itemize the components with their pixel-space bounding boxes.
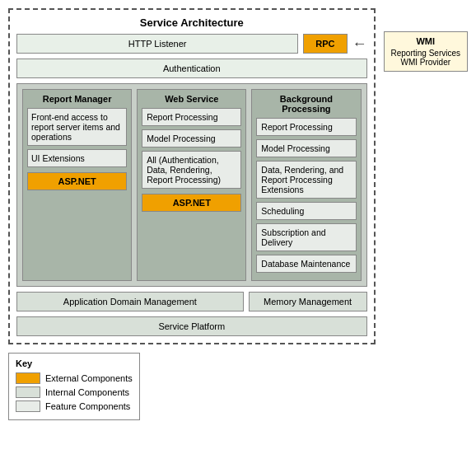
background-processing-column: Background Processing Report Processing … <box>251 89 361 281</box>
key-label-internal: Internal Components <box>45 387 129 397</box>
key-item-feature: Feature Components <box>16 400 133 412</box>
web-service-feature-2: Model Processing <box>142 129 241 148</box>
key-label-feature: Feature Components <box>45 401 130 411</box>
wmi-box: WMI Reporting ServicesWMI Provider <box>384 31 468 72</box>
bg-feature-3: Data, Rendering, and Report Processing E… <box>256 161 356 199</box>
authentication-box: Authentication <box>16 59 367 78</box>
key-item-internal: Internal Components <box>16 386 133 398</box>
key-section: Key External Components Internal Compone… <box>8 353 140 420</box>
web-service-feature-3: All (Authentication, Data, Rendering, Re… <box>142 151 241 189</box>
wmi-title: WMI <box>391 36 460 46</box>
bg-feature-5: Subscription and Delivery <box>256 223 356 251</box>
web-service-title: Web Service <box>142 94 241 104</box>
key-title: Key <box>16 358 133 368</box>
memory-mgmt-box: Memory Management <box>249 292 367 311</box>
key-item-external: External Components <box>16 372 133 384</box>
report-manager-column: Report Manager Front-end access to repor… <box>22 89 132 281</box>
bg-feature-6: Database Maintenance <box>256 255 356 273</box>
arrow-icon: ← <box>352 35 367 53</box>
ui-extensions-box: UI Extensions <box>27 149 127 167</box>
web-service-feature-1: Report Processing <box>142 108 241 126</box>
http-listener-box: HTTP Listener <box>16 34 298 54</box>
report-manager-description: Front-end access to report server items … <box>27 108 127 146</box>
key-color-feature <box>16 400 40 412</box>
key-color-external <box>16 372 40 384</box>
service-platform-box: Service Platform <box>16 316 367 336</box>
web-service-aspnet: ASP.NET <box>142 194 241 212</box>
page-title: Service Architecture <box>16 16 367 29</box>
rpc-box: RPC <box>303 34 347 54</box>
key-color-internal <box>16 386 40 398</box>
app-domain-box: Application Domain Management <box>16 292 244 311</box>
bg-feature-1: Report Processing <box>256 118 356 136</box>
web-service-column: Web Service Report Processing Model Proc… <box>137 89 246 281</box>
wmi-subtitle: Reporting ServicesWMI Provider <box>391 49 460 67</box>
background-processing-title: Background Processing <box>256 94 356 114</box>
report-manager-title: Report Manager <box>27 94 127 104</box>
key-label-external: External Components <box>45 373 133 383</box>
bg-feature-4: Scheduling <box>256 202 356 220</box>
bg-feature-2: Model Processing <box>256 139 356 157</box>
report-manager-aspnet: ASP.NET <box>27 172 127 190</box>
